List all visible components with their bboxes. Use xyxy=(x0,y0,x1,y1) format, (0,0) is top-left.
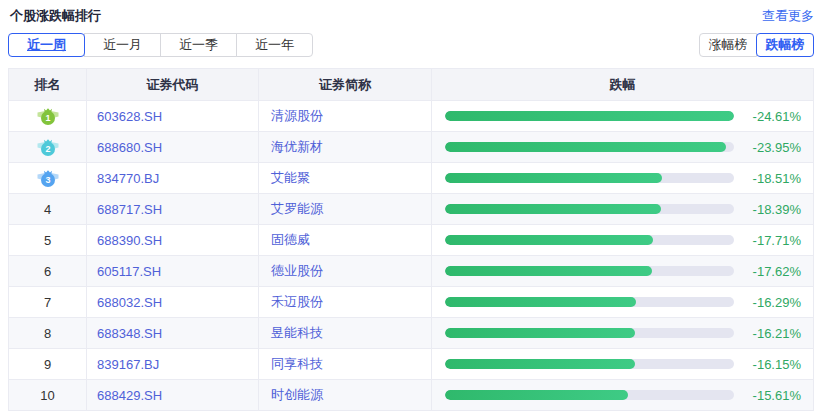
change-percent: -17.62% xyxy=(739,264,801,279)
stock-code[interactable]: 605117.SH xyxy=(87,256,259,287)
change-percent: -18.51% xyxy=(739,171,801,186)
bar-fill xyxy=(445,235,653,245)
rank-medal-icon: 1 xyxy=(36,106,60,126)
bar-track xyxy=(445,142,734,152)
rank-cell: 4 xyxy=(9,194,87,225)
period-tabs: 近一周近一月近一季近一年 xyxy=(8,33,313,57)
period-tab-1[interactable]: 近一月 xyxy=(84,33,161,57)
stock-code[interactable]: 688680.SH xyxy=(87,132,259,163)
table-row: 8 688348.SH 昱能科技 -16.21% xyxy=(9,318,814,349)
period-tab-0[interactable]: 近一周 xyxy=(8,33,85,57)
stock-code[interactable]: 688348.SH xyxy=(87,318,259,349)
decline-bar: -23.95% xyxy=(445,140,801,155)
decline-bar: -18.51% xyxy=(445,171,801,186)
bar-track xyxy=(445,390,734,400)
stock-code[interactable]: 839167.BJ xyxy=(87,349,259,380)
rank-medal-icon: 3 xyxy=(36,168,60,188)
period-tab-2[interactable]: 近一季 xyxy=(160,33,237,57)
change-percent: -17.71% xyxy=(739,233,801,248)
stock-code[interactable]: 688429.SH xyxy=(87,380,259,411)
stock-name[interactable]: 禾迈股份 xyxy=(259,287,432,318)
bar-fill xyxy=(445,266,652,276)
column-header-2: 证券简称 xyxy=(259,69,432,101)
change-percent: -18.39% xyxy=(739,202,801,217)
stock-name[interactable]: 同享科技 xyxy=(259,349,432,380)
bar-fill xyxy=(445,328,635,338)
bar-track xyxy=(445,266,734,276)
bar-track xyxy=(445,111,734,121)
rank-medal-icon: 2 xyxy=(36,137,60,157)
rank-cell: 6 xyxy=(9,256,87,287)
ranking-table-body: 1 603628.SH 清源股份 -24.61% 2 688680.SH 海优新… xyxy=(9,101,814,411)
change-percent: -15.61% xyxy=(739,388,801,403)
decline-bar: -17.71% xyxy=(445,233,801,248)
stock-code[interactable]: 603628.SH xyxy=(87,101,259,132)
stock-code[interactable]: 834770.BJ xyxy=(87,163,259,194)
ranking-table: 排名证券代码证券简称跌幅 1 603628.SH 清源股份 -24.61% 2 … xyxy=(8,68,814,411)
decline-bar: -16.21% xyxy=(445,326,801,341)
stock-name[interactable]: 清源股份 xyxy=(259,101,432,132)
stock-code[interactable]: 688717.SH xyxy=(87,194,259,225)
bar-track xyxy=(445,359,734,369)
rank-cell: 9 xyxy=(9,349,87,380)
table-row: 4 688717.SH 艾罗能源 -18.39% xyxy=(9,194,814,225)
period-tab-3[interactable]: 近一年 xyxy=(236,33,313,57)
bar-fill xyxy=(445,390,628,400)
rank-cell: 5 xyxy=(9,225,87,256)
rank-cell: 2 xyxy=(9,132,87,163)
rank-cell: 7 xyxy=(9,287,87,318)
bar-fill xyxy=(445,204,661,214)
table-header-row: 排名证券代码证券简称跌幅 xyxy=(9,69,814,101)
stock-ranking-panel: 个股涨跌幅排行 查看更多 近一周近一月近一季近一年 涨幅榜跌幅榜 排名证券代码证… xyxy=(0,0,822,411)
column-header-3: 跌幅 xyxy=(432,69,814,101)
svg-text:1: 1 xyxy=(45,113,50,123)
decline-bar: -18.39% xyxy=(445,202,801,217)
controls-row: 近一周近一月近一季近一年 涨幅榜跌幅榜 xyxy=(8,33,814,57)
svg-text:2: 2 xyxy=(45,144,50,154)
stock-name[interactable]: 时创能源 xyxy=(259,380,432,411)
stock-name[interactable]: 昱能科技 xyxy=(259,318,432,349)
stock-name[interactable]: 德业股份 xyxy=(259,256,432,287)
bar-track xyxy=(445,204,734,214)
table-row: 6 605117.SH 德业股份 -17.62% xyxy=(9,256,814,287)
decline-bar: -24.61% xyxy=(445,109,801,124)
decline-bar: -15.61% xyxy=(445,388,801,403)
bar-fill xyxy=(445,111,734,121)
rank-cell: 10 xyxy=(9,380,87,411)
change-percent: -24.61% xyxy=(739,109,801,124)
rank-cell: 8 xyxy=(9,318,87,349)
stock-code[interactable]: 688032.SH xyxy=(87,287,259,318)
view-more-link[interactable]: 查看更多 xyxy=(762,7,814,25)
board-tab-1[interactable]: 跌幅榜 xyxy=(756,33,814,57)
page-title: 个股涨跌幅排行 xyxy=(10,7,101,25)
table-row: 7 688032.SH 禾迈股份 -16.29% xyxy=(9,287,814,318)
bar-fill xyxy=(445,297,636,307)
change-percent: -16.15% xyxy=(739,357,801,372)
table-row: 5 688390.SH 固德威 -17.71% xyxy=(9,225,814,256)
rank-cell: 1 xyxy=(9,101,87,132)
bar-track xyxy=(445,235,734,245)
board-tab-0[interactable]: 涨幅榜 xyxy=(699,33,757,57)
table-row: 3 834770.BJ 艾能聚 -18.51% xyxy=(9,163,814,194)
column-header-0: 排名 xyxy=(9,69,87,101)
stock-code[interactable]: 688390.SH xyxy=(87,225,259,256)
table-row: 1 603628.SH 清源股份 -24.61% xyxy=(9,101,814,132)
bar-fill xyxy=(445,173,662,183)
stock-name[interactable]: 固德威 xyxy=(259,225,432,256)
change-percent: -23.95% xyxy=(739,140,801,155)
bar-track xyxy=(445,328,734,338)
stock-name[interactable]: 海优新材 xyxy=(259,132,432,163)
bar-fill xyxy=(445,359,635,369)
bar-fill xyxy=(445,142,726,152)
change-percent: -16.21% xyxy=(739,326,801,341)
stock-name[interactable]: 艾罗能源 xyxy=(259,194,432,225)
bar-track xyxy=(445,173,734,183)
table-row: 2 688680.SH 海优新材 -23.95% xyxy=(9,132,814,163)
bar-track xyxy=(445,297,734,307)
stock-name[interactable]: 艾能聚 xyxy=(259,163,432,194)
change-percent: -16.29% xyxy=(739,295,801,310)
decline-bar: -16.15% xyxy=(445,357,801,372)
decline-bar: -16.29% xyxy=(445,295,801,310)
panel-header: 个股涨跌幅排行 查看更多 xyxy=(10,7,814,25)
board-toggle: 涨幅榜跌幅榜 xyxy=(699,33,814,57)
